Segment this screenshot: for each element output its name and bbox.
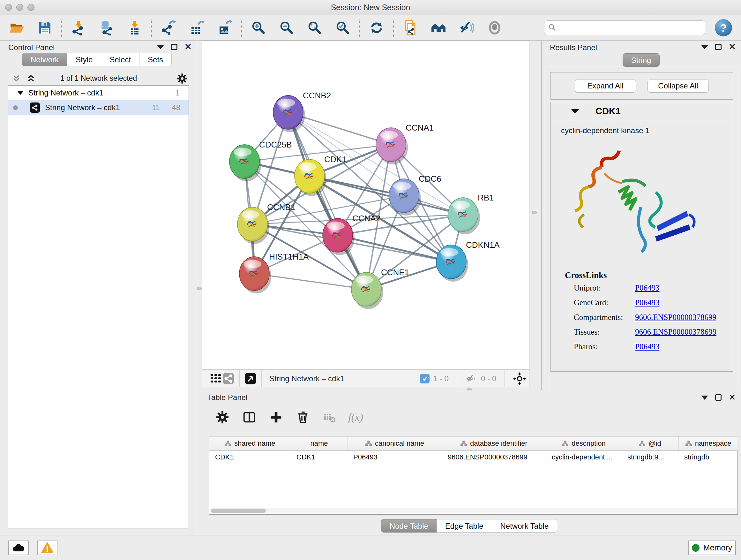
panel-menu-icon[interactable] xyxy=(701,395,708,400)
open-session-icon[interactable] xyxy=(9,20,24,36)
node-table-grid[interactable]: shared namenamecanonical namedatabase id… xyxy=(209,436,738,464)
close-panel-icon[interactable]: ✕ xyxy=(729,44,736,50)
network-node-CCNE1[interactable]: CCNE1 xyxy=(351,267,409,309)
network-node-CDC6[interactable]: CDC6 xyxy=(389,174,441,215)
tab-network-table[interactable]: Network Table xyxy=(492,519,557,533)
save-session-icon[interactable] xyxy=(37,20,52,36)
collapse-all-button[interactable]: Collapse All xyxy=(648,79,709,92)
column-header--id[interactable]: @id xyxy=(622,436,678,450)
network-share-view-icon[interactable] xyxy=(222,372,235,385)
crosslink-link[interactable]: P06493 xyxy=(635,284,659,293)
import-table-icon[interactable] xyxy=(127,20,142,36)
show-columns-icon[interactable] xyxy=(241,409,258,426)
table-cell[interactable]: stringdb:9... xyxy=(622,450,678,464)
crosslink-link[interactable]: P06493 xyxy=(635,298,659,307)
selected-indicator-checkbox[interactable] xyxy=(420,374,429,383)
network-options-gear-icon[interactable] xyxy=(176,72,188,86)
network-edge-CCNA2-CDKN1A[interactable] xyxy=(338,235,451,262)
import-database-icon[interactable] xyxy=(99,20,114,36)
crosslink-link[interactable]: P06493 xyxy=(635,342,659,351)
export-table-icon[interactable] xyxy=(189,20,204,36)
scrollbar-thumb[interactable] xyxy=(211,509,266,513)
zoom-selected-icon[interactable] xyxy=(335,20,350,36)
network-row-selected[interactable]: String Network – cdk1 11 48 xyxy=(8,100,189,115)
zoom-out-icon[interactable] xyxy=(279,20,294,36)
export-image-icon[interactable] xyxy=(217,20,232,36)
float-panel-icon[interactable] xyxy=(715,44,722,50)
column-header-name[interactable]: name xyxy=(291,436,347,450)
panel-menu-icon[interactable] xyxy=(701,45,708,49)
table-cell[interactable]: P06493 xyxy=(347,450,442,464)
table-cell[interactable]: CDK1 xyxy=(291,450,347,464)
apply-layout-icon[interactable] xyxy=(369,20,384,36)
search-field[interactable] xyxy=(544,20,705,35)
zoom-fit-icon[interactable] xyxy=(307,20,322,36)
tab-string[interactable]: String xyxy=(623,53,660,67)
cloud-status-button[interactable] xyxy=(8,541,29,555)
crosslink-link[interactable]: 9606.ENSP00000378699 xyxy=(635,313,717,322)
table-horizontal-scrollbar xyxy=(210,508,737,513)
search-input[interactable] xyxy=(556,21,705,34)
help-button[interactable]: ? xyxy=(715,19,732,37)
network-canvas[interactable]: CCNB2CCNA1CDC25BCDK1CDC6RB1CCNB1CCNA2CDK… xyxy=(202,41,529,370)
warnings-button[interactable] xyxy=(37,541,57,555)
table-row[interactable]: CDK1CDK1P064939606.ENSP00000378699cyclin… xyxy=(209,450,738,464)
column-header-description[interactable]: description xyxy=(546,436,622,450)
grid-view-icon[interactable] xyxy=(209,372,222,385)
tab-edge-table[interactable]: Edge Table xyxy=(436,519,492,533)
panel-menu-icon[interactable] xyxy=(157,45,164,49)
table-cell[interactable]: cyclin-dependent ... xyxy=(546,450,622,464)
table-tabs: Node Table Edge Table Network Table xyxy=(198,519,741,533)
tab-network[interactable]: Network xyxy=(22,53,67,66)
zoom-in-icon[interactable] xyxy=(251,20,266,36)
toolbar-separator xyxy=(457,370,457,387)
network-edge-CCNB2-CCNE1[interactable] xyxy=(288,112,366,289)
export-network-icon[interactable] xyxy=(161,20,176,36)
table-cell[interactable]: 9606.ENSP00000378699 xyxy=(442,450,546,464)
hide-selected-icon[interactable] xyxy=(459,20,474,36)
tab-sets[interactable]: Sets xyxy=(139,53,172,66)
close-panel-icon[interactable]: ✕ xyxy=(729,394,736,401)
node-label: CDC25B xyxy=(259,140,292,149)
fit-center-icon[interactable] xyxy=(513,372,526,385)
column-header-namespace[interactable]: namespace xyxy=(678,436,738,450)
network-node-HIST1H1A[interactable]: HIST1H1A xyxy=(239,252,309,294)
network-node-RB1[interactable]: RB1 xyxy=(448,193,494,234)
network-node-CDKN1A[interactable]: CDKN1A xyxy=(436,240,500,282)
tab-style[interactable]: Style xyxy=(67,53,101,66)
import-network-icon[interactable] xyxy=(71,20,86,36)
memory-button[interactable]: Memory xyxy=(688,541,736,555)
birds-eye-view-icon[interactable] xyxy=(244,372,257,385)
gene-section-caret-icon[interactable] xyxy=(571,109,579,114)
add-column-icon[interactable] xyxy=(268,409,284,426)
column-header-shared-name[interactable]: shared name xyxy=(209,436,291,450)
tab-node-table[interactable]: Node Table xyxy=(381,519,437,533)
gene-description: cyclin-dependent kinase 1 xyxy=(561,126,731,135)
network-node-CCNB1[interactable]: CCNB1 xyxy=(238,202,295,244)
table-cell[interactable]: stringdb xyxy=(678,450,738,464)
network-tree: String Network – cdk1 1 String Network –… xyxy=(8,85,189,528)
column-header-canonical-name[interactable]: canonical name xyxy=(347,436,442,450)
table-settings-gear-icon[interactable] xyxy=(214,409,231,426)
right-splitter-handle[interactable] xyxy=(532,211,537,214)
crosslink-link[interactable]: 9606.ENSP00000378699 xyxy=(635,327,717,336)
shared-column-icon xyxy=(225,440,231,447)
node-label: CCNA2 xyxy=(352,213,381,223)
tab-select[interactable]: Select xyxy=(101,53,139,66)
float-panel-icon[interactable] xyxy=(715,394,722,401)
table-cell[interactable]: CDK1 xyxy=(209,450,291,464)
left-splitter-handle[interactable] xyxy=(197,287,202,290)
expand-all-button[interactable]: Expand All xyxy=(575,79,636,92)
collection-caret-icon[interactable] xyxy=(17,91,24,95)
delete-column-icon[interactable] xyxy=(294,409,311,426)
show-all-icon[interactable] xyxy=(487,20,502,36)
table-panel: Table Panel ✕ f(x) shared namenamecanoni… xyxy=(198,390,741,535)
float-panel-icon[interactable] xyxy=(171,44,178,50)
column-header-database-identifier[interactable]: database identifier xyxy=(442,436,546,450)
close-panel-icon[interactable]: ✕ xyxy=(185,44,192,50)
cytoscape-window: { "window": { "title": "Session: New Ses… xyxy=(0,0,741,560)
string-home-icon[interactable] xyxy=(431,20,446,36)
clone-network-icon[interactable] xyxy=(403,20,418,36)
gene-section-header[interactable]: CDK1 xyxy=(551,102,733,120)
network-collection-row[interactable]: String Network – cdk1 1 xyxy=(8,85,189,100)
